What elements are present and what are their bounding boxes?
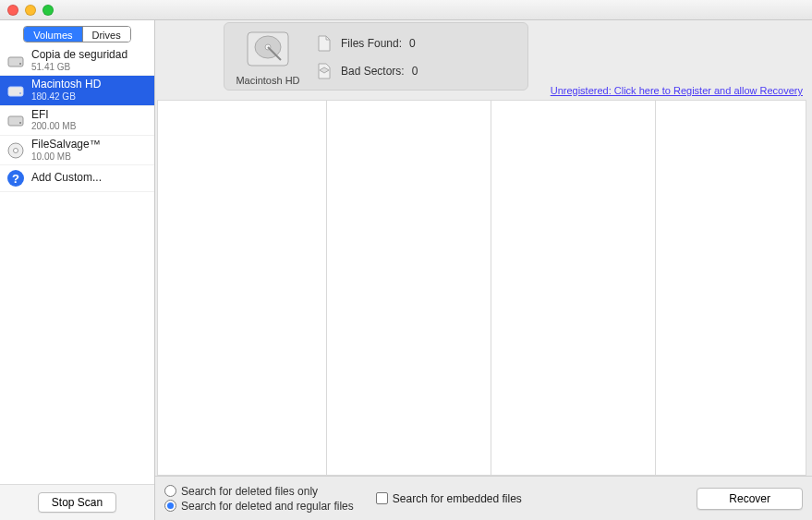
volume-name: EFI [31,109,76,122]
sidebar: Volumes Drives Copia de seguridad51.41 G… [0,20,155,520]
search-mode-group: Search for deleted files only Search for… [164,485,354,513]
svg-point-1 [19,63,21,65]
drive-large-icon [242,29,294,73]
volume-name: Copia de seguridad [31,49,127,62]
zoom-window-button[interactable] [42,5,54,16]
files-found-icon [315,34,333,53]
bad-sectors-value: 0 [412,65,418,78]
minimize-window-button[interactable] [25,5,36,16]
add-custom-label: Add Custom... [31,172,102,185]
volume-row[interactable]: EFI200.00 MB [0,106,154,136]
files-found-label: Files Found: [341,37,402,50]
results-column-1[interactable] [157,100,327,476]
drive-icon [6,51,26,71]
volume-size: 180.42 GB [31,91,101,103]
radio-deleted-only[interactable]: Search for deleted files only [164,485,354,498]
volume-size: 51.41 GB [31,62,127,73]
drive-info-panel: Macintosh HD Files Found: 0 Bad [224,22,528,91]
embedded-files-checkbox[interactable]: Search for embedded files [376,492,522,505]
radio-label: Search for deleted files only [181,485,318,498]
bad-sectors-label: Bad Sectors: [341,65,405,78]
volume-size: 10.00 MB [31,151,101,163]
disc-icon [6,140,26,161]
volume-name: Macintosh HD [31,79,101,91]
files-found-value: 0 [409,37,416,50]
results-column-3[interactable] [491,100,656,476]
stop-scan-button[interactable]: Stop Scan [38,492,116,513]
preview-pane [656,100,806,476]
register-link[interactable]: Unregistered: Click here to Register and… [551,85,803,96]
drive-icon [6,80,26,101]
svg-rect-2 [8,87,23,96]
volume-row[interactable]: Copia de seguridad51.41 GB [0,46,154,76]
checkbox-icon [376,492,388,504]
window-titlebar [0,0,812,20]
volumes-drives-segmented: Volumes Drives [23,26,130,42]
svg-rect-0 [8,57,23,67]
volume-size: 200.00 MB [31,121,76,132]
main-pane: Macintosh HD Files Found: 0 Bad [155,20,812,520]
drive-icon [6,110,26,130]
svg-point-7 [14,148,18,152]
volume-name: FileSalvage™ [31,139,101,151]
results-column-2[interactable] [327,100,491,476]
radio-deleted-and-regular[interactable]: Search for deleted and regular files [164,500,354,513]
radio-icon [164,500,176,512]
svg-point-3 [19,92,21,94]
bottom-toolbar: Search for deleted files only Search for… [155,476,812,520]
add-custom-row[interactable]: ? Add Custom... [0,165,154,192]
svg-point-5 [19,122,21,124]
help-icon: ? [6,168,26,188]
recover-button[interactable]: Recover [697,488,803,510]
volume-row[interactable]: Macintosh HD180.42 GB [0,76,154,105]
bad-sectors-icon [315,62,333,80]
volume-list: Copia de seguridad51.41 GB Macintosh HD1… [0,46,154,484]
svg-rect-4 [8,116,23,126]
volume-row[interactable]: FileSalvage™10.00 MB [0,136,154,165]
tab-drives[interactable]: Drives [83,27,130,42]
radio-label: Search for deleted and regular files [181,500,354,513]
radio-icon [164,485,176,497]
close-window-button[interactable] [7,5,18,16]
tab-volumes[interactable]: Volumes [24,27,82,42]
checkbox-label: Search for embedded files [393,492,522,505]
drive-info-label: Macintosh HD [236,75,299,86]
results-browser [155,98,812,476]
